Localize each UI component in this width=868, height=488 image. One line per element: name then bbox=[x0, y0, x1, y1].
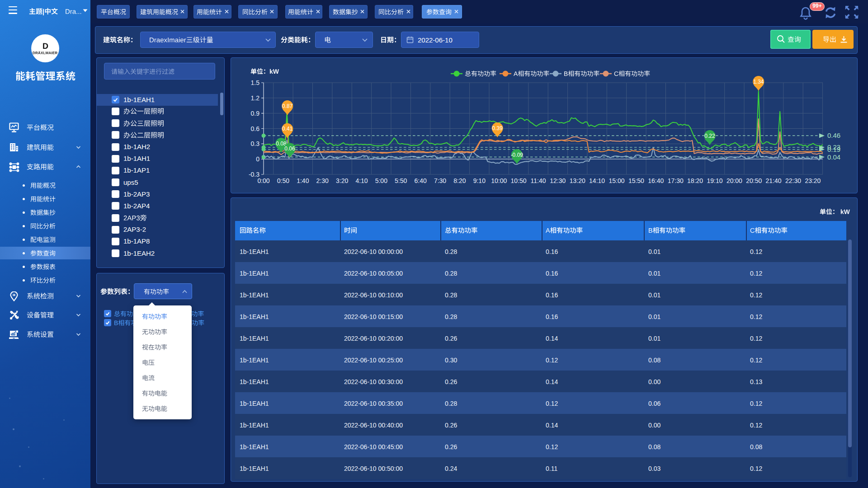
svg-text:8:20: 8:20 bbox=[453, 177, 466, 184]
svg-text:4:10: 4:10 bbox=[355, 177, 368, 184]
svg-text:2:30: 2:30 bbox=[316, 177, 329, 184]
svg-text:7:30: 7:30 bbox=[434, 177, 446, 184]
svg-text:1:40: 1:40 bbox=[297, 177, 309, 184]
svg-text:16:40: 16:40 bbox=[648, 177, 664, 184]
svg-text:0.9: 0.9 bbox=[251, 110, 260, 117]
svg-text:0.06: 0.06 bbox=[284, 145, 295, 152]
svg-text:9:10: 9:10 bbox=[473, 177, 486, 184]
svg-text:0.87: 0.87 bbox=[282, 103, 293, 109]
svg-text:19:10: 19:10 bbox=[707, 177, 722, 184]
svg-text:0.22: 0.22 bbox=[704, 133, 715, 139]
svg-text:11:40: 11:40 bbox=[531, 177, 546, 184]
svg-text:0:00: 0:00 bbox=[257, 177, 269, 184]
svg-text:0.39: 0.39 bbox=[492, 125, 503, 131]
svg-text:20:50: 20:50 bbox=[746, 177, 762, 184]
svg-text:17:30: 17:30 bbox=[668, 177, 684, 184]
svg-text:13:20: 13:20 bbox=[570, 177, 585, 184]
svg-text:15:00: 15:00 bbox=[609, 177, 624, 184]
svg-text:23:20: 23:20 bbox=[805, 177, 821, 184]
svg-text:10:00: 10:00 bbox=[491, 177, 507, 184]
svg-text:6:40: 6:40 bbox=[414, 177, 426, 184]
svg-text:14:10: 14:10 bbox=[589, 177, 605, 184]
svg-text:18:20: 18:20 bbox=[687, 177, 703, 184]
svg-text:1.34: 1.34 bbox=[753, 79, 764, 85]
svg-text:0.41: 0.41 bbox=[282, 126, 293, 132]
svg-text:20:00: 20:00 bbox=[726, 177, 742, 184]
svg-text:22:30: 22:30 bbox=[785, 177, 801, 184]
svg-text:21:40: 21:40 bbox=[766, 177, 782, 184]
svg-text:5:50: 5:50 bbox=[395, 177, 407, 184]
svg-text:15:50: 15:50 bbox=[628, 177, 644, 184]
svg-text:12:30: 12:30 bbox=[550, 177, 566, 184]
svg-text:0.19: 0.19 bbox=[827, 145, 840, 153]
svg-text:0: 0 bbox=[256, 155, 259, 163]
svg-text:1.5: 1.5 bbox=[251, 79, 260, 86]
svg-text:0.04: 0.04 bbox=[827, 153, 840, 161]
svg-text:-0.09: -0.09 bbox=[511, 152, 524, 158]
svg-text:10:50: 10:50 bbox=[511, 177, 527, 184]
svg-text:0.3: 0.3 bbox=[251, 140, 260, 147]
svg-text:0.6: 0.6 bbox=[251, 125, 260, 132]
svg-text:5:00: 5:00 bbox=[375, 177, 387, 184]
svg-text:3:20: 3:20 bbox=[336, 177, 348, 184]
svg-text:0.46: 0.46 bbox=[827, 131, 840, 139]
svg-text:0:50: 0:50 bbox=[277, 177, 289, 184]
svg-text:1.2: 1.2 bbox=[251, 94, 260, 102]
